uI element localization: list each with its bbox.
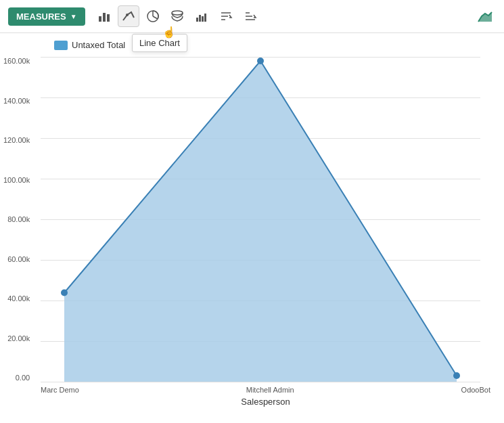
y-label-2: 120.00k (3, 136, 33, 144)
svg-rect-2 (107, 14, 110, 22)
bar-chart-icon[interactable] (93, 5, 115, 27)
svg-rect-11 (204, 14, 206, 22)
svg-rect-0 (99, 16, 101, 22)
legend-color-swatch (54, 41, 68, 50)
y-label-7: 20.00k (7, 334, 33, 342)
chart-container: 160.00k 140.00k 120.00k 100.00k 80.00k 6… (41, 57, 480, 382)
chart-legend: Untaxed Total (54, 40, 490, 50)
sort-asc-icon[interactable] (239, 5, 261, 27)
sort-desc-icon[interactable] (215, 5, 237, 27)
y-label-0: 160.00k (3, 57, 33, 65)
tooltip-text: Line Chart (139, 38, 180, 48)
svg-rect-9 (199, 15, 201, 22)
y-label-4: 80.00k (7, 215, 33, 223)
measures-label: MEASURES (16, 12, 66, 22)
small-bar-icon[interactable] (191, 5, 212, 27)
y-axis: 160.00k 140.00k 120.00k 100.00k 80.00k 6… (3, 57, 33, 382)
legend-label: Untaxed Total (72, 40, 125, 50)
measures-button[interactable]: MEASURES ▼ (8, 7, 85, 26)
y-label-6: 40.00k (7, 294, 33, 303)
svg-rect-10 (202, 16, 204, 22)
svg-marker-19 (64, 61, 457, 382)
line-chart-icon[interactable] (118, 5, 139, 27)
chart-svg (41, 57, 480, 382)
x-label-marc: Marc Demo (41, 386, 79, 394)
y-label-8: 0.00 (16, 374, 33, 382)
svg-rect-1 (103, 13, 106, 22)
pie-chart-icon[interactable] (142, 5, 164, 27)
x-axis-labels: Marc Demo Mitchell Admin OdooBot (41, 386, 490, 394)
y-label-3: 100.00k (3, 176, 33, 184)
svg-point-21 (257, 58, 264, 64)
area-chart-icon[interactable] (474, 5, 496, 27)
svg-point-22 (453, 372, 460, 379)
x-label-mitchell: Mitchell Admin (246, 386, 294, 394)
svg-line-6 (153, 16, 158, 19)
y-label-5: 60.00k (7, 255, 33, 263)
toolbar: MEASURES ▼ (0, 0, 504, 33)
svg-point-3 (126, 14, 129, 16)
svg-point-20 (61, 290, 68, 296)
y-label-1: 140.00k (3, 97, 33, 105)
chart-area: Untaxed Total 160.00k 140.00k 120.00k 10… (0, 33, 504, 412)
svg-rect-8 (196, 18, 198, 22)
measures-dropdown-arrow: ▼ (70, 13, 77, 20)
line-chart-tooltip: Line Chart (132, 34, 187, 52)
x-label-odoobot: OdooBot (461, 386, 490, 394)
stack-icon[interactable] (166, 5, 188, 27)
x-axis-title: Salesperson (41, 397, 490, 407)
svg-point-7 (172, 11, 183, 15)
